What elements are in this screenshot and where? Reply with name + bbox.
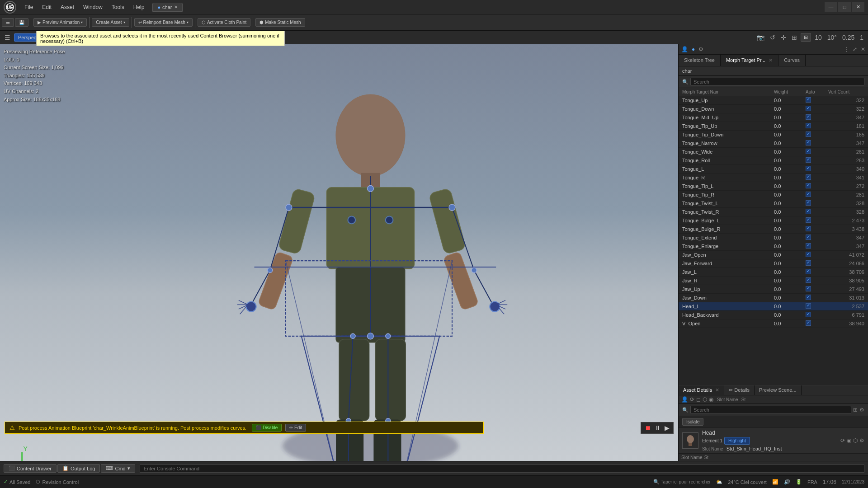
panel-expand-icon[interactable]: ⤢ <box>852 45 858 53</box>
morph-row[interactable]: Tongue_Enlarge 0.0 347 <box>679 242 868 251</box>
ad-icon-5[interactable]: ◉ <box>709 396 713 403</box>
output-log-button[interactable]: 📋 Output Log <box>57 464 100 473</box>
viewport[interactable]: Previewing Reference Pose LOD: 0 Current… <box>0 44 678 461</box>
morph-row[interactable]: Tongue_Mid_Up 0.0 347 <box>679 113 868 122</box>
morph-row[interactable]: Tongue_Narrow 0.0 347 <box>679 139 868 148</box>
output-log-icon: 📋 <box>62 465 69 471</box>
view-mode-grid[interactable]: ⊞ <box>801 33 811 42</box>
menu-tools[interactable]: Tools <box>107 2 129 12</box>
morph-row[interactable]: Tongue_Wide 0.0 261 <box>679 148 868 156</box>
morph-row[interactable]: Tongue_Tip_Down 0.0 165 <box>679 131 868 139</box>
ad-icon-1[interactable]: 👤 <box>681 396 688 403</box>
pause-button[interactable]: ⏸ <box>655 424 661 432</box>
morph-row[interactable]: Tongue_Tip_R 0.0 281 <box>679 191 868 199</box>
morph-row[interactable]: Tongue_R 0.0 341 <box>679 174 868 182</box>
panel-settings-icon[interactable]: ⚙ <box>698 45 704 53</box>
element-icon-2[interactable]: ◉ <box>847 437 851 444</box>
console-command-input[interactable] <box>140 465 864 473</box>
menu-edit[interactable]: Edit <box>38 2 56 12</box>
separator-3 <box>132 17 132 28</box>
details-tab[interactable]: ✏ Details <box>724 385 755 395</box>
morph-target-tab[interactable]: Morph Target Pr... ✕ <box>721 55 778 66</box>
panel-more-icon[interactable]: ⋮ <box>843 45 850 53</box>
toolbar-icon-2[interactable]: 💾 <box>15 18 28 27</box>
morph-row[interactable]: Jaw_Down 0.0 31 013 <box>679 294 868 302</box>
cloth-paint-button[interactable]: ⬡ Activate Cloth Paint <box>198 18 250 27</box>
morph-row[interactable]: Tongue_L 0.0 340 <box>679 165 868 174</box>
element-icon-1[interactable]: ⟳ <box>840 437 845 444</box>
grid-size-toggle[interactable]: 10 <box>813 33 824 42</box>
menu-asset[interactable]: Asset <box>56 2 79 12</box>
static-mesh-button[interactable]: ⬢ Make Static Mesh <box>255 18 305 27</box>
translate-icon[interactable]: ✛ <box>779 33 788 42</box>
highlight-button[interactable]: Highlight <box>724 437 750 445</box>
morph-row[interactable]: Head_Backward 0.0 6 791 <box>679 311 868 319</box>
reimport-button[interactable]: ↩ Reimport Base Mesh ▾ <box>134 18 193 27</box>
close-button[interactable]: ✕ <box>852 2 864 12</box>
morph-row[interactable]: Tongue_Bulge_R 0.0 3 438 <box>679 225 868 234</box>
tab-close[interactable]: ✕ <box>174 5 178 9</box>
rotate-icon[interactable]: ↺ <box>768 33 777 42</box>
toolbar-icon-1[interactable]: ☰ <box>2 18 14 27</box>
viewport-number[interactable]: 1 <box>858 33 865 42</box>
element1-row[interactable]: Head Element 1 Highlight Slot Name Std_S… <box>679 428 868 454</box>
asset-details-tab[interactable]: Asset Details ✕ <box>679 385 724 395</box>
edit-button[interactable]: ✏ Edit <box>285 424 306 432</box>
cmd-button[interactable]: ⌨ Cmd ▾ <box>101 464 135 473</box>
morph-row[interactable]: Head_L 0.0 2 537 <box>679 302 868 311</box>
ad-icon-3[interactable]: ◻ <box>696 396 701 403</box>
stop-button[interactable]: ⏹ <box>645 424 651 432</box>
element-icon-3[interactable]: ⬡ <box>853 437 858 444</box>
morph-search-input[interactable] <box>690 78 864 86</box>
disable-button[interactable]: ⬛ Disable <box>252 424 282 432</box>
ad-search-settings-icon[interactable]: ⚙ <box>859 407 864 413</box>
menu-help[interactable]: Help <box>129 2 149 12</box>
skeleton-tree-icon[interactable]: 👤 <box>680 45 689 53</box>
element-icon-4[interactable]: ⚙ <box>859 437 864 444</box>
curves-tab[interactable]: Curves <box>778 55 806 66</box>
morph-row[interactable]: Tongue_Bulge_L 0.0 2 473 <box>679 216 868 225</box>
asset-details-search-input[interactable] <box>690 406 851 414</box>
ad-icon-4[interactable]: ⬡ <box>703 396 707 403</box>
preview-animation-button[interactable]: ▶ Preview Animation ▾ <box>33 18 87 27</box>
morph-tab-close[interactable]: ✕ <box>769 57 773 63</box>
scale-icon[interactable]: ⊞ <box>790 33 799 42</box>
morph-row[interactable]: Tongue_Extend 0.0 347 <box>679 234 868 242</box>
play-anim-button[interactable]: ▶ <box>665 424 670 432</box>
morph-row[interactable]: Tongue_Up 0.0 322 <box>679 96 868 105</box>
camera-icon[interactable]: 📷 <box>755 33 766 42</box>
isolate-button[interactable]: Isolate <box>682 418 703 426</box>
morph-row[interactable]: Tongue_Twist_R 0.0 328 <box>679 208 868 216</box>
morph-target-icon[interactable]: ● <box>691 45 696 53</box>
svg-point-37 <box>286 204 292 211</box>
morph-row[interactable]: Jaw_R 0.0 38 905 <box>679 277 868 285</box>
panel-close-icon[interactable]: ✕ <box>860 45 866 53</box>
ad-icon-2[interactable]: ⟳ <box>690 396 694 403</box>
viewport-toggle-icon[interactable]: ☰ <box>3 33 12 42</box>
angle-toggle[interactable]: 10° <box>826 33 839 42</box>
morph-row[interactable]: Jaw_Open 0.0 41 072 <box>679 251 868 259</box>
morph-row[interactable]: Tongue_Roll 0.0 263 <box>679 156 868 165</box>
minimize-button[interactable]: — <box>825 2 837 12</box>
morph-row[interactable]: V_Open 0.0 38 940 <box>679 319 868 328</box>
scale-toggle[interactable]: 0.25 <box>840 33 856 42</box>
morph-row[interactable]: Jaw_L 0.0 38 706 <box>679 268 868 277</box>
skeleton-tree-tab[interactable]: Skeleton Tree <box>679 55 721 66</box>
morph-row[interactable]: Jaw_Up 0.0 27 493 <box>679 285 868 294</box>
create-asset-button[interactable]: Create Asset ▾ <box>92 18 129 27</box>
asset-details-close[interactable]: ✕ <box>715 387 719 393</box>
morph-row[interactable]: Tongue_Tip_Up 0.0 181 <box>679 122 868 131</box>
editor-tab[interactable]: ● char ✕ <box>152 3 182 12</box>
morph-row[interactable]: Tongue_Twist_L 0.0 328 <box>679 199 868 208</box>
morph-row[interactable]: Tongue_Tip_L 0.0 272 <box>679 182 868 191</box>
morph-row[interactable]: Jaw_Forward 0.0 24 066 <box>679 259 868 268</box>
warning-icon: ⚠ <box>9 424 15 431</box>
menu-file[interactable]: File <box>20 2 38 12</box>
maximize-button[interactable]: □ <box>838 2 851 12</box>
content-drawer-button[interactable]: ⬛ Content Drawer <box>4 464 57 473</box>
preview-scene-tab[interactable]: Preview Scene... <box>755 385 802 395</box>
ad-search-grid-icon[interactable]: ⊞ <box>853 407 858 413</box>
svg-rect-7 <box>278 188 316 254</box>
menu-window[interactable]: Window <box>79 2 107 12</box>
morph-row[interactable]: Tongue_Down 0.0 322 <box>679 105 868 113</box>
